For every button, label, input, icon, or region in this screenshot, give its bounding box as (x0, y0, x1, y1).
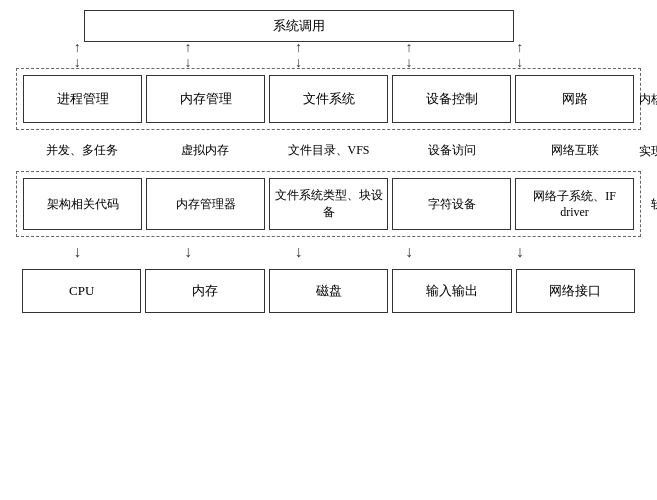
soft-box-2: 文件系统类型、块设备 (269, 178, 388, 230)
hw-box-cpu: CPU (22, 269, 141, 313)
func-2: 文件目录、VFS (269, 142, 388, 159)
syscall-box: 系统调用 (84, 10, 514, 42)
kernel-label-3: 设备控制 (426, 90, 478, 108)
arrow-4: ↑↓ (354, 44, 465, 66)
kernel-label-0: 进程管理 (57, 90, 109, 108)
software-section-tag: 软件支持 (651, 196, 657, 213)
syscall-label: 系统调用 (273, 18, 325, 33)
diagram: 系统调用 ↑↓ ↑↓ ↑↓ ↑↓ ↑↓ 进程管理 内存管理 (0, 0, 657, 500)
kernel-box-memory: 内存管理 (146, 75, 265, 123)
hw-box-memory: 内存 (145, 269, 264, 313)
kernel-box-process: 进程管理 (23, 75, 142, 123)
hardware-row: CPU 内存 磁盘 输入输出 网络接口 (22, 269, 635, 313)
kernel-box-dev: 设备控制 (392, 75, 511, 123)
hw-arrow-3: ↓ (243, 241, 354, 263)
functions-section-tag: 实现的功能 (639, 142, 657, 159)
hw-arrow-2: ↓ (133, 241, 244, 263)
kernel-label-1: 内存管理 (180, 90, 232, 108)
hw-arrow-5: ↓ (464, 241, 575, 263)
soft-box-4: 网络子系统、IF driver (515, 178, 634, 230)
kernel-label-4: 网路 (562, 90, 588, 108)
arrow-3: ↑↓ (243, 44, 354, 66)
func-4: 网络互联 (516, 142, 635, 159)
functions-row: 并发、多任务 虚拟内存 文件目录、VFS 设备访问 网络互联 (22, 138, 635, 163)
func-1: 虚拟内存 (145, 142, 264, 159)
hw-arrow-4: ↓ (354, 241, 465, 263)
hw-arrow-1: ↓ (22, 241, 133, 263)
kernel-label-2: 文件系统 (303, 90, 355, 108)
soft-box-0: 架构相关代码 (23, 178, 142, 230)
soft-box-3: 字符设备 (392, 178, 511, 230)
hw-box-netif: 网络接口 (516, 269, 635, 313)
func-0: 并发、多任务 (22, 142, 141, 159)
kernel-box-net: 网路 (515, 75, 634, 123)
func-3: 设备访问 (392, 142, 511, 159)
arrow-5: ↑↓ (464, 44, 575, 66)
hw-box-io: 输入输出 (392, 269, 511, 313)
kernel-row: 进程管理 内存管理 文件系统 设备控制 网路 (23, 75, 634, 123)
hw-box-disk: 磁盘 (269, 269, 388, 313)
kernel-box-fs: 文件系统 (269, 75, 388, 123)
arrow-2: ↑↓ (133, 44, 244, 66)
soft-box-1: 内存管理器 (146, 178, 265, 230)
kernel-section-tag: 内核子系统 (639, 91, 657, 108)
arrow-1: ↑↓ (22, 44, 133, 66)
software-row: 架构相关代码 内存管理器 文件系统类型、块设备 字符设备 网络子系统、IF dr… (23, 178, 634, 230)
